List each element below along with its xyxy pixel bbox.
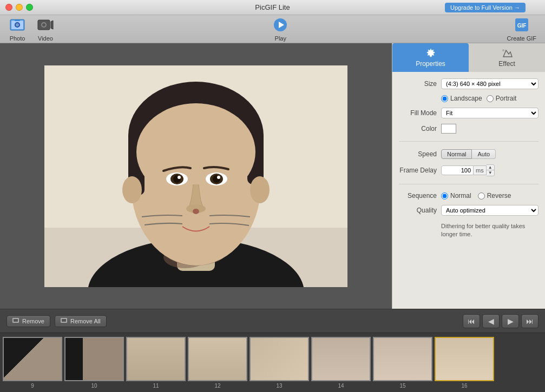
size-control: (4:3) 640 × 480 pixel — [441, 78, 539, 89]
svg-point-33 — [193, 209, 199, 214]
color-swatch[interactable] — [441, 124, 456, 134]
quality-note: Dithering for better quality takes longe… — [399, 222, 539, 239]
frame-number-12: 12 — [214, 383, 220, 389]
film-thumb-10[interactable] — [64, 337, 124, 381]
maximize-button[interactable] — [26, 4, 33, 11]
orientation-row: Landscape Portrait — [399, 95, 539, 102]
film-thumb-14[interactable] — [311, 337, 371, 381]
svg-point-37 — [502, 49, 504, 51]
portrait-radio[interactable] — [487, 95, 494, 102]
delay-increase-button[interactable]: ▲ — [487, 165, 494, 170]
frame-14[interactable]: 14 — [311, 337, 371, 389]
frame-13[interactable]: 13 — [249, 337, 309, 389]
color-control — [441, 124, 539, 134]
quality-label: Quality — [399, 207, 437, 214]
upgrade-button[interactable]: Upgrade to Full Version → — [445, 3, 526, 12]
frame-number-15: 15 — [399, 383, 405, 389]
speed-normal-button[interactable]: Normal — [441, 149, 472, 159]
next-button[interactable]: ▶ — [502, 314, 519, 328]
window-controls — [5, 4, 33, 11]
film-thumb-12[interactable] — [188, 337, 247, 381]
video-icon — [37, 16, 54, 34]
play-tool[interactable]: Play — [272, 16, 289, 42]
landscape-option[interactable]: Landscape — [441, 95, 482, 102]
effect-tab[interactable]: Effect — [469, 43, 545, 72]
quality-control: Auto optimized — [441, 205, 539, 216]
properties-tab[interactable]: Properties — [392, 43, 469, 72]
sequence-reverse-radio[interactable] — [478, 192, 485, 200]
frame-15[interactable]: 15 — [373, 337, 432, 389]
quality-select[interactable]: Auto optimized — [441, 205, 539, 216]
previous-button[interactable]: ◀ — [482, 314, 500, 328]
frame-delay-label: Frame Delay — [399, 167, 437, 174]
effect-tab-label: Effect — [498, 60, 515, 68]
sequence-normal-radio[interactable] — [441, 192, 448, 200]
film-thumb-16[interactable] — [435, 337, 494, 381]
remove-all-button[interactable]: Remove All — [55, 315, 107, 327]
sequence-options: Normal Reverse — [441, 192, 511, 200]
svg-point-8 — [42, 23, 45, 26]
video-tool[interactable]: Video — [37, 16, 54, 42]
svg-point-3 — [16, 23, 19, 26]
remove-icon — [12, 318, 20, 324]
film-thumb-13[interactable] — [249, 337, 309, 381]
face-preview — [44, 65, 347, 287]
app-title: PicGIF Lite — [255, 3, 290, 11]
portrait-option[interactable]: Portrait — [487, 95, 517, 102]
fill-mode-row: Fill Mode Fit — [399, 108, 539, 118]
svg-point-31 — [217, 176, 220, 179]
skip-to-start-button[interactable]: ⏮ — [463, 314, 480, 328]
frame-number-16: 16 — [461, 383, 467, 389]
frame-delay-row: Frame Delay ms ▲ ▼ — [399, 164, 539, 176]
sequence-reverse-option[interactable]: Reverse — [478, 192, 511, 200]
divider-1 — [399, 141, 539, 142]
sequence-row: Sequence Normal Reverse — [399, 192, 539, 200]
preview-area — [0, 43, 392, 309]
frame-number-9: 9 — [31, 383, 34, 389]
thumb-img-10 — [65, 338, 123, 380]
frame-number-10: 10 — [91, 383, 97, 389]
speed-auto-button[interactable]: Auto — [472, 149, 496, 159]
nav-controls: ⏮ ◀ ▶ ⏭ — [463, 314, 539, 328]
size-row: Size (4:3) 640 × 480 pixel — [399, 78, 539, 89]
remove-all-icon — [61, 318, 68, 324]
remove-button[interactable]: Remove — [6, 315, 50, 327]
svg-rect-4 — [15, 19, 20, 21]
sequence-label: Sequence — [399, 192, 437, 200]
fill-mode-select[interactable]: Fit — [441, 108, 539, 118]
thumb-img-11 — [127, 338, 185, 380]
frame-9[interactable]: 9 — [3, 337, 62, 389]
fill-mode-control: Fit — [441, 108, 539, 118]
main-content: Properties Effect Size (4:3) 640 × 480 p… — [0, 43, 545, 309]
photo-icon — [9, 16, 26, 34]
sequence-reverse-label: Reverse — [487, 192, 511, 200]
sequence-control: Normal Reverse — [441, 192, 539, 200]
close-button[interactable] — [5, 4, 12, 11]
film-thumb-11[interactable] — [126, 337, 186, 381]
color-label: Color — [399, 125, 437, 132]
film-thumb-15[interactable] — [373, 337, 432, 381]
thumb-img-13 — [251, 338, 308, 380]
skip-to-end-button[interactable]: ⏭ — [521, 314, 539, 328]
thumb-img-16 — [436, 338, 493, 380]
sequence-normal-option[interactable]: Normal — [441, 192, 471, 200]
minimize-button[interactable] — [16, 4, 23, 11]
svg-rect-41 — [62, 319, 66, 322]
delay-decrease-button[interactable]: ▼ — [487, 170, 494, 176]
frame-12[interactable]: 12 — [188, 337, 247, 389]
portrait-label: Portrait — [496, 95, 517, 102]
create-gif-tool[interactable]: GIF Create GIF — [507, 16, 536, 42]
delay-value-input[interactable] — [441, 165, 474, 175]
frame-number-13: 13 — [276, 383, 282, 389]
photo-tool[interactable]: Photo — [9, 16, 26, 42]
frame-11[interactable]: 11 — [126, 337, 186, 389]
frame-10[interactable]: 10 — [64, 337, 124, 389]
panel-tabs: Properties Effect — [392, 43, 545, 72]
film-thumb-9[interactable] — [3, 337, 62, 381]
frame-16[interactable]: 16 — [435, 337, 494, 389]
size-label: Size — [399, 80, 437, 88]
frame-delay-control: ms ▲ ▼ — [441, 164, 539, 176]
filmstrip: 9 10 11 12 13 14 15 — [0, 333, 545, 392]
size-select[interactable]: (4:3) 640 × 480 pixel — [441, 78, 539, 89]
landscape-radio[interactable] — [441, 95, 448, 102]
